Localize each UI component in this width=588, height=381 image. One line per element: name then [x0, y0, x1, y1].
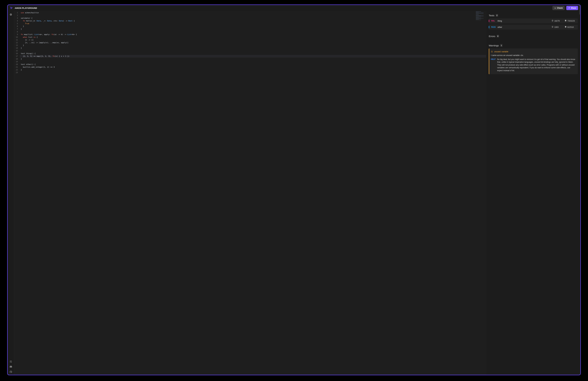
docs-icon[interactable] — [9, 359, 13, 364]
test-mem-metric: 622510 — [565, 26, 576, 28]
editor-gutter: 1234567891011121314151617181920212223 — [14, 11, 20, 375]
warnings-count-badge: 1 — [500, 44, 503, 47]
check-button-label: Check — [557, 7, 563, 9]
test-row[interactable]: FAILthing182797333225 — [489, 18, 578, 23]
tests-count-badge: 2 — [496, 14, 498, 17]
discord-icon[interactable] — [9, 364, 13, 369]
share-button-label: Share — [571, 7, 576, 9]
sidebar — [8, 11, 14, 375]
cpu-icon — [552, 20, 553, 22]
warnings-title: Warnings — [489, 44, 499, 47]
check-button[interactable]: Check — [552, 6, 565, 10]
errors-title: Errors — [489, 35, 495, 38]
play-icon — [554, 7, 556, 9]
body: 1234567891011121314151617181920212223 us… — [8, 11, 580, 375]
results-pane: Tests 2 FAILthing182797333225PASSother10… — [486, 11, 580, 375]
test-status-tag: PASS — [491, 26, 496, 28]
svg-rect-4 — [10, 361, 11, 362]
github-icon[interactable] — [9, 370, 13, 374]
settings-icon[interactable] — [9, 12, 13, 17]
test-cpu-metric: 18279 — [552, 20, 563, 22]
app-title: AIKEN PLAYGROUND — [15, 7, 37, 9]
warning-message: I came across an unused variable: ctx. — [491, 54, 576, 56]
tests-list: FAILthing182797333225PASSother1003622510 — [489, 18, 578, 30]
svg-point-1 — [12, 7, 12, 8]
app-window: AIKEN PLAYGROUND Check Share — [7, 4, 581, 375]
warning-code: unused::variable — [494, 50, 508, 53]
test-name: thing — [498, 20, 502, 22]
tests-title: Tests — [489, 14, 494, 17]
warning-triangle-icon — [491, 50, 493, 53]
cpu-icon — [552, 26, 553, 28]
test-cpu-metric: 1003 — [552, 26, 563, 28]
share-arrow-icon — [568, 7, 570, 9]
errors-section-head: Errors 0 — [489, 35, 578, 38]
test-row[interactable]: PASSother1003622510 — [489, 25, 578, 30]
window-scrollbar[interactable] — [579, 5, 580, 15]
test-status-tag: FAIL — [491, 20, 496, 22]
test-status-stripe — [489, 20, 489, 22]
svg-point-0 — [10, 7, 11, 8]
aiken-logo-icon — [10, 6, 13, 10]
test-name: other — [498, 26, 502, 28]
header: AIKEN PLAYGROUND Check Share — [8, 5, 580, 11]
warning-help-label: HELP — [491, 58, 496, 72]
memory-icon — [565, 20, 567, 22]
test-status-stripe — [489, 26, 489, 28]
svg-point-2 — [11, 8, 12, 9]
share-button[interactable]: Share — [566, 6, 578, 10]
warning-help-text: No big deal, but you might want to remov… — [497, 58, 576, 72]
test-mem-metric: 7333225 — [565, 20, 576, 22]
editor-pane[interactable]: 1234567891011121314151617181920212223 us… — [14, 11, 486, 375]
warnings-list: unused::variableI came across an unused … — [489, 48, 578, 74]
memory-icon — [565, 26, 567, 28]
errors-count-badge: 0 — [497, 35, 499, 38]
warnings-section-head: Warnings 1 — [489, 44, 578, 47]
editor-code[interactable]: use aiken/builtin validator { fn hello(_… — [20, 11, 486, 375]
warning-card: unused::variableI came across an unused … — [489, 48, 578, 74]
tests-section-head: Tests 2 — [489, 14, 578, 17]
